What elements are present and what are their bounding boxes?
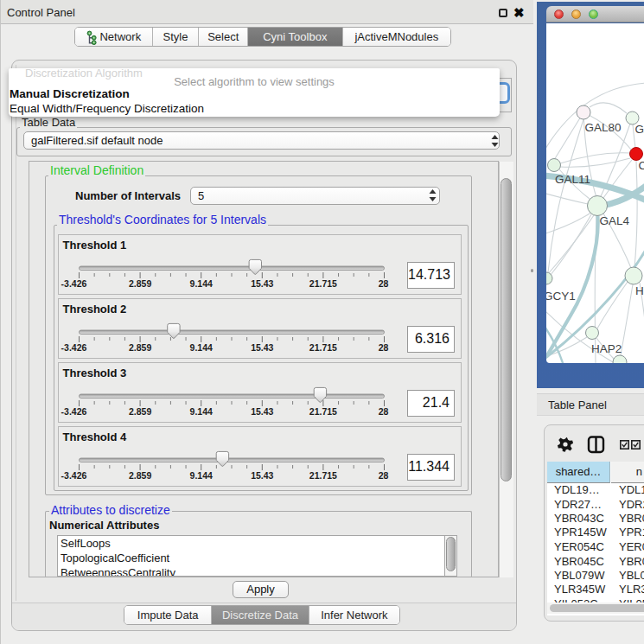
svg-text:GAL11: GAL11	[555, 173, 590, 186]
svg-text:2.859: 2.859	[128, 470, 150, 481]
svg-text:2.859: 2.859	[128, 406, 150, 417]
svg-text:21.715: 21.715	[309, 342, 336, 353]
svg-text:C: C	[639, 159, 644, 172]
svg-text:28: 28	[378, 342, 388, 353]
svg-text:21.715: 21.715	[309, 406, 336, 417]
svg-text:GAL80: GAL80	[585, 121, 622, 134]
svg-text:9.144: 9.144	[189, 278, 212, 289]
svg-text:-3.426: -3.426	[61, 470, 86, 481]
svg-text:15.43: 15.43	[251, 406, 273, 417]
svg-text:9.144: 9.144	[189, 342, 212, 353]
svg-text:9.144: 9.144	[189, 470, 212, 481]
svg-text:15.43: 15.43	[251, 470, 273, 481]
svg-text:28: 28	[378, 470, 388, 481]
svg-text:H: H	[635, 284, 644, 297]
svg-text:-3.426: -3.426	[61, 342, 86, 353]
svg-text:15.43: 15.43	[251, 278, 273, 289]
svg-text:15.43: 15.43	[251, 342, 273, 353]
svg-text:GAL4: GAL4	[600, 214, 630, 227]
svg-text:21.715: 21.715	[309, 278, 336, 289]
svg-text:9.144: 9.144	[189, 406, 212, 417]
svg-text:28: 28	[378, 278, 388, 289]
svg-text:HAP2: HAP2	[591, 342, 622, 355]
svg-text:21.715: 21.715	[309, 470, 336, 481]
svg-text:28: 28	[378, 406, 388, 417]
svg-text:-3.426: -3.426	[61, 406, 86, 417]
svg-text:2.859: 2.859	[128, 278, 150, 289]
svg-text:2.859: 2.859	[128, 342, 150, 353]
svg-text:-3.426: -3.426	[61, 278, 86, 289]
svg-text:GA: GA	[635, 123, 644, 136]
svg-text:GCY1: GCY1	[546, 290, 576, 303]
